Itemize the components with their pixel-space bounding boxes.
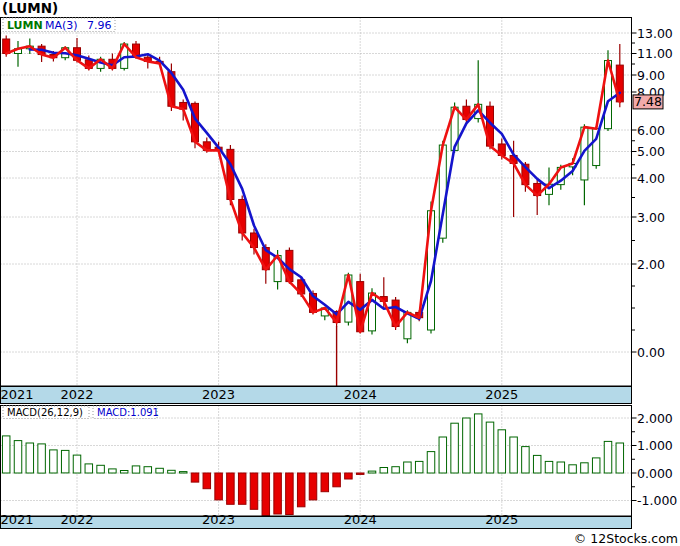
macd-bar [498, 430, 506, 473]
macd-bar [297, 473, 305, 507]
last-price-marker: 7.48 [633, 94, 663, 109]
year-label: 2023 [202, 387, 235, 402]
macd-bar [439, 437, 447, 473]
xaxis-band [1, 517, 632, 529]
macd-bar [109, 469, 117, 473]
macd-bar [592, 458, 600, 473]
macd-bar [73, 455, 81, 473]
main-legend: LUMN MA(3) 7.96 [3, 18, 115, 32]
stock-chart-page: (LUMN) 13.0011.009.008.006.005.004.003.0… [0, 0, 680, 546]
year-label: 2021 [0, 512, 33, 527]
macd-bar [474, 414, 482, 473]
macd-bar [61, 450, 68, 473]
macd-bar [26, 443, 34, 473]
macd-bar [203, 473, 211, 489]
macd-histogram [2, 414, 623, 516]
macd-bar [368, 471, 376, 473]
macd-bar [510, 437, 517, 473]
candlestick-series [3, 36, 624, 392]
macd-legend: MACD(26,12,9) MACD:1.091 [3, 406, 159, 419]
macd-bar [144, 467, 152, 473]
price-axis: 13.0011.009.008.006.005.004.003.002.000.… [632, 26, 673, 360]
main-xaxis-band: 20212022202320242025 [0, 387, 631, 404]
lumn-chart: (LUMN) 13.0011.009.008.006.005.004.003.0… [0, 0, 680, 546]
price-axis-label: 3.00 [637, 210, 665, 225]
macd-bar [463, 418, 471, 473]
macd-bar [120, 471, 128, 474]
macd-bar [616, 443, 624, 473]
macd-bar [2, 436, 10, 473]
legend-ma-value: 7.96 [87, 19, 112, 32]
macd-bar [604, 441, 612, 473]
macd-bar [309, 473, 317, 500]
macd-axis: 2.0001.0000.000-1.000 [632, 411, 678, 509]
last-price-marker-value: 7.48 [634, 94, 662, 109]
macd-bar [380, 468, 388, 474]
macd-bar [179, 472, 187, 473]
legend-symbol: LUMN [7, 19, 43, 32]
macd-bar [191, 473, 199, 482]
year-label: 2024 [344, 387, 377, 402]
price-axis-label: 6.00 [637, 123, 665, 138]
legend-ma-label: MA(3) [45, 19, 78, 32]
macd-bar [227, 473, 235, 504]
macd-bar [238, 473, 246, 504]
page-title: (LUMN) [2, 0, 58, 16]
macd-bar [533, 455, 541, 473]
macd-bar [156, 468, 164, 473]
year-label: 2022 [60, 512, 93, 527]
macd-bar [262, 473, 270, 516]
macd-bar [451, 423, 459, 473]
macd-bar [545, 461, 553, 473]
macd-bar [286, 473, 294, 515]
price-axis-label: 13.00 [637, 26, 673, 41]
year-label: 2023 [202, 512, 235, 527]
macd-bar [38, 444, 46, 473]
year-label: 2021 [0, 387, 33, 402]
macd-legend-value: MACD:1.091 [97, 407, 159, 418]
macd-bar [215, 473, 223, 500]
macd-bar [333, 473, 341, 487]
price-axis-label: 2.00 [637, 257, 665, 272]
macd-xaxis-band: 20212022202320242025 [0, 512, 631, 529]
xaxis-band [1, 387, 632, 404]
macd-bar [427, 452, 435, 473]
ma3-line [30, 50, 620, 319]
macd-bar [274, 473, 282, 514]
price-axis-label: 5.00 [637, 144, 665, 159]
price-axis-label: 0.00 [637, 345, 665, 360]
macd-bar [85, 464, 93, 473]
macd-axis-label: 2.000 [637, 411, 673, 426]
macd-axis-label: 0.000 [637, 466, 673, 481]
year-label: 2024 [344, 512, 377, 527]
macd-bar [97, 465, 105, 473]
overlay-lines [6, 44, 620, 332]
macd-bar [415, 461, 423, 473]
macd-bar [522, 447, 530, 473]
year-label: 2022 [60, 387, 93, 402]
macd-bar [569, 465, 577, 473]
macd-legend-label: MACD(26,12,9) [7, 407, 83, 418]
year-label: 2025 [485, 512, 518, 527]
close-line [6, 44, 620, 332]
macd-bar [581, 463, 589, 473]
price-axis-label: 11.00 [637, 46, 673, 61]
price-axis-label: 4.00 [637, 171, 665, 186]
macd-bar [50, 450, 58, 473]
macd-bar [168, 470, 176, 473]
macd-bar [486, 422, 494, 473]
macd-axis-label: 1.000 [637, 438, 673, 453]
macd-bar [392, 467, 400, 473]
macd-bar [356, 473, 364, 474]
macd-bar [250, 473, 258, 509]
macd-bar [132, 466, 140, 473]
macd-axis-label: -1.000 [637, 493, 677, 508]
price-axis-label: 9.00 [637, 68, 665, 83]
macd-bar [14, 441, 22, 473]
macd-bar [404, 462, 412, 473]
copyright: © 12Stocks.com [574, 531, 678, 546]
macd-bar [345, 473, 353, 479]
macd-bar [557, 462, 565, 473]
year-label: 2025 [485, 387, 518, 402]
macd-bar [321, 473, 329, 492]
